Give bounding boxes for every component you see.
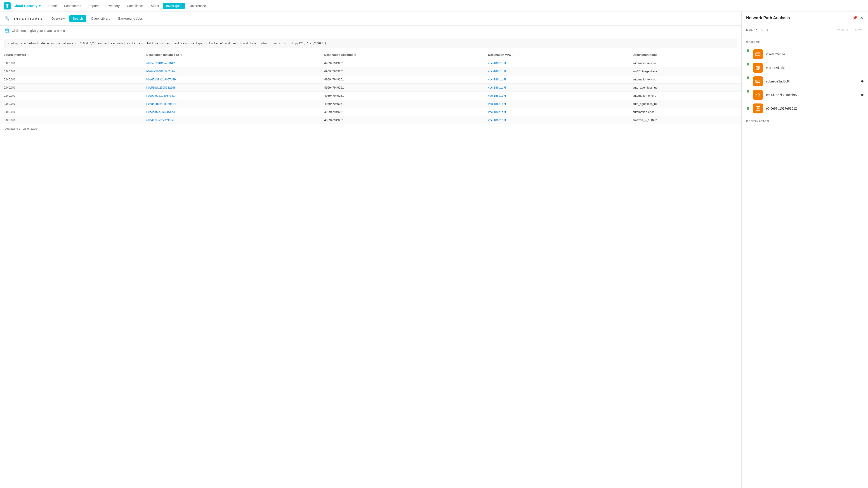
logo-icon[interactable] <box>4 2 11 9</box>
cell-source-1: 0.0.0.0/0 <box>0 67 143 75</box>
node-label-instance: i-0f6e87d1017e81612 <box>766 107 797 110</box>
cell-vpc-3[interactable]: vpc-186d1d7f <box>485 84 629 92</box>
results-table: Source Network ⇅ ⋮⋮ Destination Instance… <box>0 51 741 124</box>
col-dest-account: Destination Account ⇅ ⋮⋮ <box>320 51 485 59</box>
node-line-subnet <box>748 79 748 86</box>
col-source-network: Source Network ⇅ ⋮⋮ <box>0 51 143 59</box>
cell-dest-id-1[interactable]: i-0ef4a5b408c0b749a <box>143 67 321 75</box>
cell-dest-id-2[interactable]: i-0ed7e38a2d8b07d2b <box>143 75 321 84</box>
cell-vpc-5[interactable]: vpc-186d1d7f <box>485 100 629 108</box>
path-of: of <box>761 28 764 32</box>
node-connector-vpc <box>746 63 750 73</box>
table-row: 0.0.0.0/0 i-0bda881b49b1b9534 4969479492… <box>0 100 741 108</box>
sort-dest-id[interactable]: ⇅ <box>180 53 182 56</box>
node-label-vpc: vpc-186d1d7f <box>766 66 785 70</box>
drag-dest-id[interactable]: ⋮⋮ <box>184 53 190 57</box>
node-line-igw <box>748 52 748 59</box>
path-node-subnet[interactable]: subnet-e3ad8c84 <box>746 74 864 88</box>
path-node-instance[interactable]: i-0f6e87d1017e81612 <box>746 102 864 115</box>
cell-dest-id-5[interactable]: i-0bda881b49b1b9534 <box>143 100 321 108</box>
previous-button[interactable]: Previous <box>834 27 850 33</box>
path-label: Path <box>746 28 753 32</box>
right-panel: Network Path Analysis 📌 ✕ Path 1 of 1 Pr… <box>741 12 868 488</box>
table-row: 0.0.0.0/0 i-0ed7e38a2d8b07d2b 4969479492… <box>0 75 741 84</box>
cell-vpc-6[interactable]: vpc-186d1d7f <box>485 108 629 116</box>
node-dot-subnet <box>747 76 749 79</box>
query-text: config from network where source.network… <box>8 42 327 45</box>
path-node-igw[interactable]: igw-feb2e49a <box>746 47 864 61</box>
nav-governance[interactable]: Governance <box>186 3 209 9</box>
cell-account-4: 496947949261 <box>320 92 485 100</box>
close-icon[interactable]: ✕ <box>860 15 864 20</box>
query-box[interactable]: config from network where source.network… <box>4 39 737 48</box>
investigate-title: INVESTIGATE <box>14 17 43 20</box>
node-dot-eni <box>747 90 749 93</box>
cell-name-5: auto_agnetless_re <box>629 100 741 108</box>
table-row: 0.0.0.0/0 i-0b49ce9cf3efd995c 4969479492… <box>0 116 741 124</box>
nav-alerts[interactable]: Alerts <box>148 3 162 9</box>
tab-overview[interactable]: Overview <box>48 15 68 22</box>
cell-name-4: automation-encr-s <box>629 92 741 100</box>
path-node-vpc[interactable]: vpc-186d1d7f <box>746 61 864 74</box>
destination-section: DESTINATION <box>746 120 864 123</box>
node-connector-instance <box>746 107 750 110</box>
svg-point-3 <box>757 81 758 82</box>
cell-name-7: amazon_2_168431 <box>629 116 741 124</box>
cell-dest-id-0[interactable]: i-0f6e87d1017e81612 <box>143 59 321 67</box>
cell-account-1: 496947949261 <box>320 67 485 75</box>
cell-account-3: 496947949261 <box>320 84 485 92</box>
cell-name-0: automation-encr-s <box>629 59 741 67</box>
table-row: 0.0.0.0/0 i-0bcedf7c37e2454e3 4969479492… <box>0 108 741 116</box>
pin-icon[interactable]: 📌 <box>852 15 857 20</box>
cell-source-7: 0.0.0.0/0 <box>0 116 143 124</box>
cell-account-0: 496947949261 <box>320 59 485 67</box>
chevron-down-icon: ▾ <box>39 4 41 8</box>
main-wrapper: 🔍 INVESTIGATE Overview Search Query Libr… <box>0 12 868 488</box>
cell-account-6: 496947949261 <box>320 108 485 116</box>
col-dest-name: Destination Name <box>629 51 741 59</box>
tab-background-jobs[interactable]: Background Jobs <box>115 15 146 22</box>
nav-investigate[interactable]: Investigate <box>163 3 185 9</box>
right-panel-title: Network Path Analysis <box>746 15 790 20</box>
tab-query-library[interactable]: Query Library <box>87 15 114 22</box>
path-current: 1 <box>756 28 758 32</box>
nav-dashboards[interactable]: Dashboards <box>61 3 84 9</box>
table-row: 0.0.0.0/0 i-0c51dda230873a698 4969479492… <box>0 84 741 92</box>
cell-source-4: 0.0.0.0/0 <box>0 92 143 100</box>
cell-vpc-0[interactable]: vpc-186d1d7f <box>485 59 629 67</box>
tab-search[interactable]: Search <box>69 15 86 22</box>
table-row: 0.0.0.0/0 i-0c0bfe28124967c41 4969479492… <box>0 92 741 100</box>
cell-dest-id-4[interactable]: i-0c0bfe28124967c41 <box>143 92 321 100</box>
investigate-search-icon[interactable]: 🔍 <box>4 16 9 21</box>
path-controls: Previous Next <box>834 27 864 33</box>
cell-dest-id-7[interactable]: i-0b49ce9cf3efd995c <box>143 116 321 124</box>
cell-vpc-1[interactable]: vpc-186d1d7f <box>485 67 629 75</box>
node-icon-subnet <box>753 76 763 86</box>
nav-inventory[interactable]: Inventory <box>103 3 123 9</box>
cell-account-5: 496947949261 <box>320 100 485 108</box>
drag-dest-account[interactable]: ⋮⋮ <box>358 53 364 57</box>
drag-source-network[interactable]: ⋮⋮ <box>32 53 37 57</box>
node-extra-dot-eni <box>861 94 864 96</box>
nav-compliance[interactable]: Compliance <box>124 3 147 9</box>
drag-dest-vpc[interactable]: ⋮⋮ <box>517 53 523 57</box>
sort-dest-vpc[interactable]: ⇅ <box>513 53 515 56</box>
cloud-security-button[interactable]: Cloud Security ▾ <box>13 4 41 8</box>
col-dest-vpc: Destination VPC ⇅ ⋮⋮ <box>485 51 629 59</box>
cell-vpc-4[interactable]: vpc-186d1d7f <box>485 92 629 100</box>
path-info: Path 1 of 1 <box>746 28 768 32</box>
path-total: 1 <box>766 28 768 32</box>
left-panel: 🔍 INVESTIGATE Overview Search Query Libr… <box>0 12 741 488</box>
search-name-bar[interactable]: 🌐 Click here to give your search a name <box>0 26 741 36</box>
path-node-eni[interactable]: eni-0f7ae7f3310cebe79 <box>746 88 864 102</box>
cell-dest-id-3[interactable]: i-0c51dda230873a698 <box>143 84 321 92</box>
sort-source-network[interactable]: ⇅ <box>27 53 29 56</box>
nav-home[interactable]: Home <box>45 3 60 9</box>
cell-dest-id-6[interactable]: i-0bcedf7c37e2454e3 <box>143 108 321 116</box>
nav-reports[interactable]: Reports <box>85 3 103 9</box>
next-button[interactable]: Next <box>853 27 864 33</box>
cell-vpc-2[interactable]: vpc-186d1d7f <box>485 75 629 84</box>
cell-account-7: 496947949261 <box>320 116 485 124</box>
sort-dest-account[interactable]: ⇅ <box>354 53 356 56</box>
cell-vpc-7[interactable]: vpc-186d1d7f <box>485 116 629 124</box>
